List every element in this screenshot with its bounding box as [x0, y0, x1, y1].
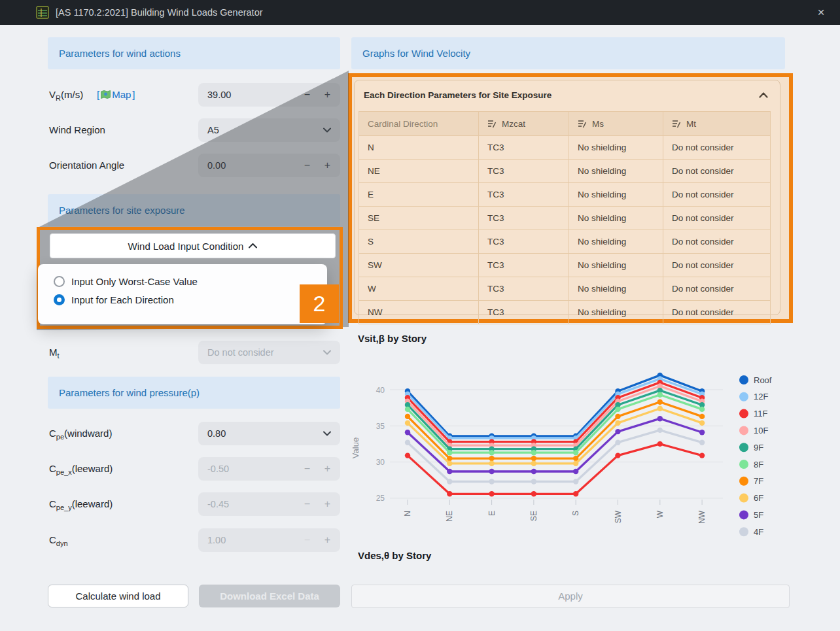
data-point: [489, 469, 494, 474]
data-point: [531, 479, 536, 484]
data-point: [615, 407, 620, 412]
data-point: [489, 491, 494, 496]
cpe-y-stepper: -0.45 − +: [198, 492, 340, 516]
data-point: [657, 392, 663, 398]
orientation-decrement-button[interactable]: −: [304, 154, 310, 177]
cdyn-increment-button: +: [324, 528, 330, 552]
legend-label[interactable]: 10F: [754, 426, 768, 435]
legend-swatch[interactable]: [739, 443, 748, 452]
x-tick-label: E: [487, 511, 497, 516]
data-point: [531, 469, 536, 474]
data-point: [405, 414, 410, 419]
data-point: [489, 461, 494, 466]
radio-each-direction[interactable]: Input for Each Direction: [54, 293, 174, 306]
radio-worst-case[interactable]: Input Only Worst-Case Value: [54, 275, 198, 288]
collapse-chevron-up-icon[interactable]: [759, 92, 768, 98]
exposure-table: Cardinal DirectionMzcatMsMt NTC3No shiel…: [359, 111, 771, 324]
legend-swatch[interactable]: [739, 409, 748, 418]
data-point: [699, 407, 705, 412]
data-point: [447, 469, 452, 474]
legend-label[interactable]: 8F: [754, 460, 763, 469]
legend-swatch[interactable]: [739, 426, 748, 435]
legend-label[interactable]: 9F: [754, 443, 763, 452]
radio-selected-icon[interactable]: [54, 294, 65, 305]
orientation-angle-label: Orientation Angle: [49, 160, 124, 171]
data-point: [615, 420, 620, 426]
legend-swatch[interactable]: [739, 494, 748, 503]
legend-label[interactable]: 12F: [754, 392, 768, 401]
legend-swatch[interactable]: [739, 375, 748, 384]
vr-decrement-button[interactable]: −: [304, 83, 310, 107]
orientation-increment-button[interactable]: +: [324, 154, 330, 177]
legend-swatch[interactable]: [739, 510, 748, 519]
legend-swatch[interactable]: [739, 477, 748, 486]
table-row[interactable]: SETC3No shieldingDo not consider: [359, 207, 771, 230]
table-cell: SW: [359, 254, 479, 277]
window-title: [AS 1170.2:2021] Building Wind Loads Gen…: [56, 0, 263, 25]
close-icon[interactable]: ×: [811, 0, 831, 25]
vdes-chart-title: Vdes,θ by Story: [358, 550, 431, 561]
table-row[interactable]: NWTC3No shieldingDo not consider: [359, 301, 771, 324]
cdyn-value: 1.00: [207, 528, 226, 552]
mt-label: Mt: [49, 347, 60, 360]
data-point: [699, 452, 705, 458]
data-point: [615, 452, 620, 458]
table-column-header[interactable]: Ms: [569, 112, 663, 136]
column-edit-icon: [672, 120, 682, 128]
table-row[interactable]: WTC3No shieldingDo not consider: [359, 277, 771, 301]
data-point: [531, 450, 536, 455]
table-column-header[interactable]: Mt: [663, 112, 771, 136]
legend-swatch[interactable]: [739, 460, 748, 469]
legend-label[interactable]: Roof: [754, 375, 772, 385]
table-cell: TC3: [479, 160, 569, 183]
data-point: [699, 414, 705, 419]
legend-label[interactable]: 7F: [754, 476, 763, 486]
cpe-windward-value: 0.80: [207, 422, 226, 445]
table-cell: TC3: [479, 230, 569, 254]
vr-stepper[interactable]: 39.00 − +: [198, 83, 340, 107]
table-row[interactable]: ETC3No shieldingDo not consider: [359, 183, 771, 207]
table-cell: S: [359, 230, 479, 254]
table-cell: No shielding: [569, 254, 663, 277]
table-cell: Do not consider: [663, 160, 771, 183]
section-header-wind-pressure: Parameters for wind pressure(p): [48, 377, 340, 409]
table-column-header: Cardinal Direction: [359, 112, 479, 136]
table-row[interactable]: SWTC3No shieldingDo not consider: [359, 254, 771, 277]
orientation-angle-stepper[interactable]: 0.00 − +: [198, 154, 340, 177]
table-cell: TC3: [479, 136, 569, 160]
table-row[interactable]: STC3No shieldingDo not consider: [359, 230, 771, 254]
table-row[interactable]: NETC3No shieldingDo not consider: [359, 160, 771, 183]
cpe-y-increment-button: +: [324, 492, 330, 516]
radio-unselected-icon[interactable]: [54, 276, 65, 287]
cpe-windward-select[interactable]: 0.80: [198, 422, 340, 445]
mt-value: Do not consider: [207, 341, 274, 364]
x-tick-label: S: [571, 511, 580, 516]
vr-increment-button[interactable]: +: [324, 83, 330, 107]
legend-label[interactable]: 11F: [754, 409, 767, 418]
wind-load-input-condition-button[interactable]: Wind Load Input Condition: [50, 233, 336, 258]
x-tick-label: W: [656, 510, 665, 518]
legend-label[interactable]: 4F: [754, 527, 763, 537]
wind-region-select[interactable]: A5: [198, 118, 340, 142]
calculate-wind-load-button[interactable]: Calculate wind load: [48, 585, 188, 607]
data-point: [573, 479, 578, 484]
table-row[interactable]: NTC3No shieldingDo not consider: [359, 136, 771, 160]
data-point: [405, 452, 410, 458]
legend-swatch[interactable]: [739, 527, 748, 536]
legend-swatch[interactable]: [739, 392, 748, 401]
data-point: [615, 414, 620, 419]
table-cell: Do not consider: [663, 254, 771, 277]
wind-region-label: Wind Region: [49, 124, 105, 135]
cpe-windward-label: Cpe(windward): [49, 428, 112, 441]
cpe-x-leeward-label: Cpe_x(leeward): [49, 463, 113, 476]
table-column-header[interactable]: Mzcat: [479, 112, 569, 136]
column-edit-icon: [578, 120, 587, 128]
data-point: [573, 491, 578, 496]
map-link[interactable]: [ Map]: [97, 89, 135, 100]
table-cell: Do not consider: [663, 230, 771, 254]
tour-step-badge: 2: [300, 284, 339, 323]
data-point: [657, 441, 663, 447]
section-header-wind-actions: Parameters for wind actions: [48, 37, 340, 69]
legend-label[interactable]: 6F: [754, 493, 763, 503]
legend-label[interactable]: 5F: [754, 510, 763, 520]
